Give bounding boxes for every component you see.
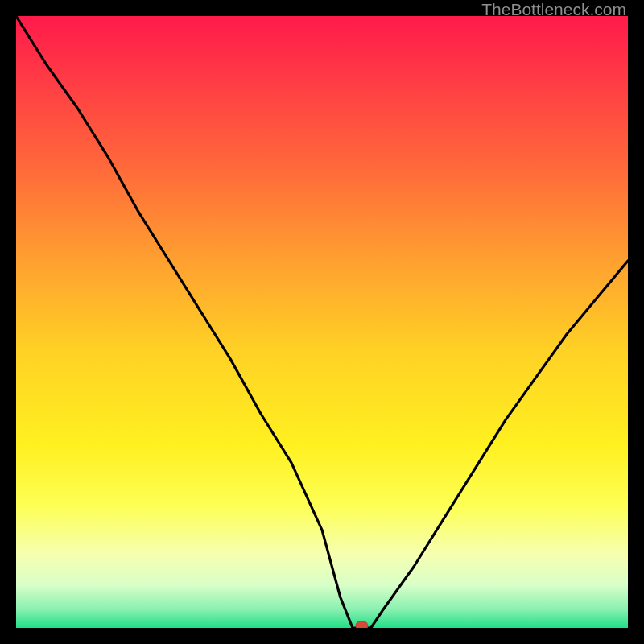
bottleneck-chart — [16, 16, 628, 628]
watermark-text: TheBottleneck.com — [481, 0, 626, 19]
optimum-marker — [356, 621, 368, 628]
chart-background — [16, 16, 628, 628]
chart-frame — [16, 16, 628, 628]
